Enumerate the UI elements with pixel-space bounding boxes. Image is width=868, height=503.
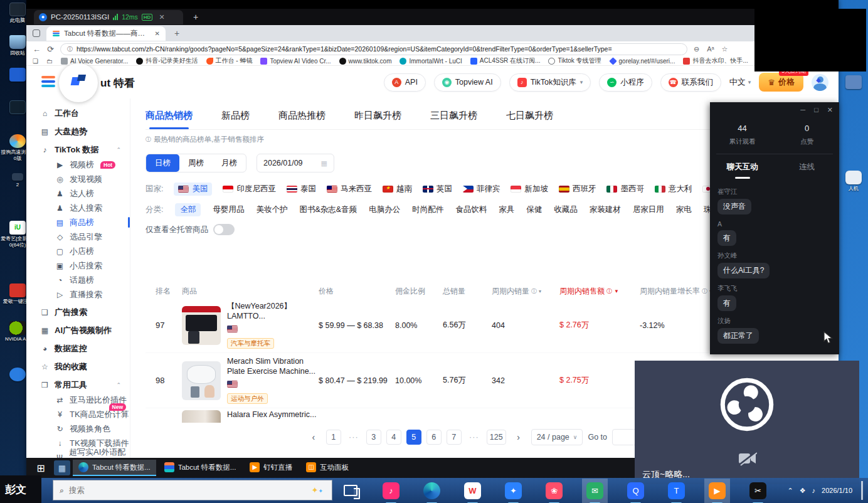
sidebar-item-tk-pricing[interactable]: ¥TK商品定价计算New: [40, 407, 130, 421]
pinned-app-icon[interactable]: ▦: [54, 460, 70, 475]
tiktok-kb-button[interactable]: ♪TikTok知识库▾: [509, 73, 591, 92]
product-cell[interactable]: 【NewYear2026】LAMTTO... 汽车与摩托车: [182, 302, 319, 349]
product-cell[interactable]: Merach Slim Vibration Plate Exercise Mac…: [182, 357, 319, 404]
sidebar-group-tools[interactable]: ❒常用工具⌃: [40, 378, 130, 393]
bookmark-item[interactable]: 工作台 - 蝉镜: [206, 56, 253, 65]
close-session-icon[interactable]: ✕: [159, 13, 164, 21]
page-size-select[interactable]: 24 / page∨: [531, 429, 583, 445]
sidebar-item-favorites[interactable]: ☆我的收藏: [40, 359, 130, 374]
sidebar-item-topic-rank[interactable]: ◔话题榜: [40, 273, 130, 287]
tab-new-products[interactable]: 新品榜: [221, 110, 250, 129]
site-logo-text[interactable]: ut 特看: [100, 76, 135, 90]
sidebar-item-shop-search[interactable]: ▣小店搜索: [40, 258, 130, 273]
page-button-1[interactable]: 1: [326, 430, 341, 445]
country-es[interactable]: 西班牙: [559, 184, 596, 194]
tray-network-icon[interactable]: ❖: [800, 487, 806, 495]
tray-clock-date[interactable]: 2026/1/10: [822, 487, 852, 494]
period-monthly[interactable]: 月榜: [213, 154, 246, 172]
category-item[interactable]: 收藏品: [554, 204, 578, 215]
tab-connect[interactable]: 连线: [775, 162, 839, 179]
period-weekly[interactable]: 周榜: [179, 154, 213, 172]
country-my[interactable]: 马来西亚: [327, 184, 372, 194]
country-mx[interactable]: 墨西哥: [606, 184, 644, 194]
taskbar-app-edge-tabcut[interactable]: Tabcut 特看数据...: [73, 460, 156, 476]
sidebar-group-tiktok-data[interactable]: ♪TikTok 数据⌃: [40, 142, 130, 157]
category-item[interactable]: 家电: [676, 204, 692, 215]
dingtalk-icon[interactable]: ▶: [709, 482, 726, 499]
bookmark-item[interactable]: ImmortalWrt - LuCI: [400, 58, 462, 65]
product-title[interactable]: Merach Slim Vibration Plate Exercise Mac…: [227, 357, 319, 376]
meeting-app-icon[interactable]: ✦: [505, 482, 522, 499]
address-bar[interactable]: ⓘ https://www.tabcut.com/zh-CN/ranking/g…: [60, 43, 687, 55]
minimize-icon[interactable]: ─: [800, 106, 805, 114]
country-sg[interactable]: 新加坡: [511, 184, 548, 194]
page-button-7[interactable]: 7: [447, 430, 462, 445]
col-period-revenue[interactable]: 周期内销售额ⓘ▼: [559, 286, 640, 297]
date-picker[interactable]: 2026/01/09▦: [257, 154, 334, 172]
bookmark-item[interactable]: Tiktok 专线管理: [548, 56, 601, 65]
country-vn[interactable]: 越南: [383, 184, 412, 194]
next-page-button[interactable]: ›: [511, 430, 526, 445]
bookmark-item[interactable]: 抖音去水印、快手...: [683, 56, 748, 65]
category-all[interactable]: 全部: [175, 203, 201, 216]
site-info-icon[interactable]: ⓘ: [67, 45, 73, 53]
tab-hot-promoted[interactable]: 商品热推榜: [278, 110, 326, 129]
contact-us-button[interactable]: ☎联系我们: [660, 73, 721, 92]
sidebar-item-creator-rank[interactable]: ♟达人榜: [40, 186, 130, 201]
taskbar-app-tabcut[interactable]: Tabcut 特看数据...: [159, 460, 242, 476]
sidebar-item-shop-rank[interactable]: ▢小店榜: [40, 244, 130, 258]
category-item[interactable]: 时尚配件: [412, 204, 443, 215]
country-th[interactable]: 泰国: [287, 184, 316, 194]
sidebar-item-market-trend[interactable]: ▤大盘趋势: [40, 124, 130, 139]
desktop-icon-robot[interactable]: 人机: [839, 171, 868, 192]
prev-page-button[interactable]: ‹: [306, 430, 321, 445]
bookmark-item[interactable]: gorelay.net/#/useri...: [610, 58, 675, 65]
edge-icon[interactable]: [423, 482, 440, 499]
bookmarks-folder-icon[interactable]: 🗀: [46, 58, 53, 65]
sidebar-item-ad-search[interactable]: ❑广告搜索: [40, 305, 130, 320]
taskbar-app-interact-panel[interactable]: ◫互动面板: [300, 460, 354, 476]
tab-yesterday-surge[interactable]: 昨日飙升榜: [354, 110, 401, 129]
reading-mode-icon[interactable]: Aᵃ: [707, 45, 714, 53]
category-item[interactable]: 家装建材: [590, 204, 621, 215]
browser-tab[interactable]: Tabcut 特看数据——商品榜 ✕: [46, 26, 166, 41]
category-item[interactable]: 食品饮料: [455, 204, 487, 215]
sidebar-item-video-role-swap[interactable]: ↻视频换角色: [40, 421, 130, 436]
tray-volume-icon[interactable]: ♪: [812, 487, 816, 494]
category-item[interactable]: 家具: [499, 204, 514, 215]
ellipsis-left[interactable]: ···: [346, 430, 361, 445]
ellipsis-right[interactable]: ···: [467, 430, 482, 445]
page-button-4[interactable]: 4: [386, 430, 401, 445]
tab-hot-sale[interactable]: 商品热销榜: [146, 110, 193, 129]
bookmark-item[interactable]: AI Voice Generator...: [61, 58, 128, 65]
period-daily[interactable]: 日榜: [146, 154, 179, 172]
remote-session-tab[interactable]: ● PC-20250113ISGI 12ms HD ✕: [34, 10, 183, 24]
close-tab-icon[interactable]: ✕: [155, 30, 160, 37]
show-desktop-button[interactable]: [861, 481, 863, 500]
category-item[interactable]: 美妆个护: [256, 204, 287, 215]
country-gb[interactable]: 英国: [423, 184, 452, 194]
zoom-out-icon[interactable]: ⊖: [694, 45, 699, 53]
side-panel-icon[interactable]: ❏: [33, 58, 38, 65]
bookmark-item[interactable]: 抖音-记录美好生活: [136, 56, 198, 65]
sidebar-item-workbench[interactable]: ⌂工作台: [40, 106, 130, 121]
bookmark-item[interactable]: ACL4SSR 在线订阅...: [470, 56, 541, 65]
wechat-icon[interactable]: ✉: [586, 482, 603, 499]
topview-ai-button[interactable]: ◉Topview AI: [434, 73, 501, 92]
close-icon[interactable]: ✕: [827, 106, 833, 114]
category-item[interactable]: 保健: [526, 204, 542, 215]
back-icon[interactable]: ←: [33, 45, 41, 54]
page-button-125[interactable]: 125: [487, 430, 506, 445]
sidebar-item-product-picker[interactable]: ◇选品引擎: [40, 230, 130, 244]
capcut-icon[interactable]: ✂: [749, 482, 766, 499]
maximize-icon[interactable]: □: [814, 106, 818, 114]
start-button[interactable]: ⊞: [30, 462, 51, 474]
search-input[interactable]: [69, 486, 257, 495]
sidebar-item-creator-search[interactable]: ♟达人搜索: [40, 201, 130, 215]
product-title[interactable]: Halara Flex Asymmetric...: [227, 410, 316, 420]
tray-expand-icon[interactable]: ⌃: [787, 487, 793, 495]
music-app-icon[interactable]: ♪: [383, 482, 400, 499]
product-title[interactable]: 【NewYear2026】LAMTTO...: [227, 302, 319, 321]
new-tab-button[interactable]: +: [174, 28, 179, 38]
page-button-5-active[interactable]: 5: [406, 430, 421, 445]
